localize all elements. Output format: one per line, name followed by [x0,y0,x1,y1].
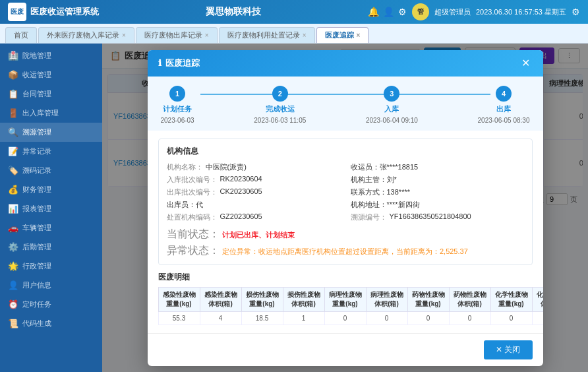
header-right: 🔔 👤 ⚙ 管 超级管理员 2023.06.30 16:57:53 星期五 ⚙ [368,3,580,20]
tab-instock[interactable]: 外来医疗废物入库记录 × [38,27,134,43]
admin-icon: 🌟 [8,261,18,271]
instock-no-value: RK20230604 [220,175,262,185]
step-1: 1 计划任务 2023-06-03 [161,86,194,124]
waste-col-8: 化学性废物重量(kg) [490,287,532,311]
sidebar-item-abnormal[interactable]: 📝 异常记录 [0,142,102,161]
sidebar-item-trace[interactable]: 🔍 溯源管理 [0,123,102,142]
sidebar-label-codegen: 代码生成 [22,319,51,328]
org-name-label: 机构名称： [167,162,203,172]
disposal-code-value: GZ20230605 [220,212,262,222]
sidebar-label-inoutbound: 出入库管理 [22,108,59,118]
tab-outstock-close[interactable]: × [205,32,209,39]
step-2-label: 完成收运 [266,104,295,114]
modal-title-text: 医废追踪 [165,57,200,69]
step-3-circle: 3 [384,86,399,102]
sidebar-item-finance[interactable]: 💰 财务管理 [0,180,102,199]
content-area: 翼思生态医废 Medical Waste Management 📋 医废追踪 Q… [102,44,588,372]
logo: 医废 医废收运管理系统 [8,3,99,21]
sidebar-item-admin[interactable]: 🌟 行政管理 [0,257,102,276]
sidebar: 🏥 院地管理 📦 收运管理 📋 台同管理 🚪 出入库管理 🔍 溯源管理 📝 [0,44,102,372]
modal-close-button[interactable]: ✕ [519,57,533,70]
waste-col-1: 感染性废物体积(箱) [200,287,241,311]
modal-footer: ✕ 关闭 [148,333,543,366]
sidebar-label-hospital: 院地管理 [22,51,51,61]
address-value: 机构地址：****新四街 [351,200,420,210]
trace-no-label: 溯源编号： [351,212,387,222]
datetime: 2023.06.30 16:57:53 星期五 [476,7,566,17]
org-name-row: 机构名称： 中医院(派责) [167,162,340,172]
sidebar-item-vehicle[interactable]: 🚗 车辆管理 [0,218,102,237]
finance-icon: 💰 [8,185,18,195]
abnormal-row: 异常状态： 定位异常：收运地点距离医疗机构位置超过设置距离，当前距离为：2,52… [167,244,524,258]
user-icon[interactable]: 👤 [383,7,394,17]
sidebar-label-report: 报表管理 [22,204,51,214]
step-4-circle: 4 [496,86,512,102]
barcode-icon: 🏷️ [8,166,18,175]
waste-table-row: 55.3 4 18.5 1 0 0 0 0 0 [158,311,543,325]
step-1-label: 计划任务 [163,104,192,114]
waste-table-title: 医废明细 [158,272,533,283]
status-value: 计划已出库、计划结束 [222,231,295,239]
sidebar-item-logistics[interactable]: ⚙️ 后勤管理 [0,237,102,257]
sidebar-label-cron: 定时任务 [22,299,51,309]
gear-icon[interactable]: ⚙ [572,7,580,17]
sidebar-item-codegen[interactable]: 📜 代码生成 [0,314,102,333]
modal-overlay: ℹ 医废追踪 ✕ 1 计划任务 2023-06-03 2 [102,44,588,372]
sidebar-item-cron[interactable]: ⏰ 定时任务 [0,295,102,314]
step-2: 2 完成收运 2023-06-03 11:05 [254,86,306,124]
sidebar-label-admin: 行政管理 [22,261,51,271]
modal-header: ℹ 医废追踪 ✕ [148,50,543,77]
step-3: 3 入库 2023-06-04 09:10 [366,86,418,124]
tab-home[interactable]: 首页 [5,27,37,43]
tab-trace[interactable]: 医废追踪 × [316,27,369,43]
tab-instock-close[interactable]: × [122,32,126,39]
waste-table-section: 医废明细 感染性废物重量(kg) 感染性废物体积(箱) 损伤性废物重量(kg) … [158,272,533,325]
waste-table: 感染性废物重量(kg) 感染性废物体积(箱) 损伤性废物重量(kg) 损伤性废物… [158,287,543,325]
manager-row: 机构主管：刘* [351,175,524,185]
tab-disposal[interactable]: 医疗废物利用处置记录 × [219,27,315,43]
org-name-value: 中医院(派责) [206,162,247,172]
address-row: 机构地址：****新四街 [351,200,524,210]
modal: ℹ 医废追踪 ✕ 1 计划任务 2023-06-03 2 [148,50,543,366]
contract-icon: 📋 [8,89,18,99]
tab-outstock[interactable]: 医疗废物出库记录 × [136,27,218,43]
sidebar-item-hospital[interactable]: 🏥 院地管理 [0,46,102,65]
tab-disposal-label: 医疗废物利用处置记录 [227,30,300,40]
settings-icon[interactable]: ⚙ [398,7,407,17]
step-1-circle: 1 [169,86,185,102]
top-header: 医废 医废收运管理系统 翼思物联科技 🔔 👤 ⚙ 管 超级管理员 2023.06… [0,0,588,24]
header-center-title: 翼思物联科技 [206,6,261,18]
sidebar-item-inoutbound[interactable]: 🚪 出入库管理 [0,104,102,123]
tab-disposal-close[interactable]: × [303,32,307,39]
sidebar-item-user[interactable]: 👤 用户信息 [0,276,102,295]
waste-col-7: 药物性废物体积(箱) [449,287,490,311]
sidebar-label-user: 用户信息 [22,280,51,290]
collector-row: 收运员：张****18815 [351,162,524,172]
tab-instock-label: 外来医疗废物入库记录 [47,30,119,40]
step-2-date: 2023-06-03 11:05 [254,117,306,124]
sidebar-label-vehicle: 车辆管理 [22,223,51,233]
waste-col-4: 病理性废物重量(kg) [324,287,366,311]
report-icon: 📊 [8,204,18,214]
waste-val-8: 0 [490,311,532,325]
handover-value: 出库员：代 [167,200,203,210]
outstock-label: 出库批次编号： [167,187,218,197]
waste-val-5: 0 [366,311,407,325]
tab-trace-close[interactable]: × [357,32,361,39]
bell-icon[interactable]: 🔔 [368,7,379,17]
outstock-row: 出库批次编号： CK20230605 [167,187,340,197]
step-4-label: 出库 [496,104,511,114]
sidebar-item-barcode[interactable]: 🏷️ 溯码记录 [0,161,102,180]
modal-close-btn[interactable]: ✕ 关闭 [484,340,532,359]
sidebar-item-report[interactable]: 📊 报表管理 [0,199,102,218]
instock-no-row: 入库批次编号： RK20230604 [167,175,340,185]
sidebar-item-contract[interactable]: 📋 台同管理 [0,84,102,104]
modal-title: ℹ 医废追踪 [158,57,200,69]
user-mgmt-icon: 👤 [8,280,18,290]
header-icons: 🔔 👤 ⚙ [368,7,407,17]
step-2-circle: 2 [272,86,288,102]
trace-no-value: YF166386350521804800 [390,212,471,222]
contact-value: 联系方式：138**** [351,187,410,197]
sidebar-item-collection[interactable]: 📦 收运管理 [0,65,102,84]
waste-col-2: 损伤性废物重量(kg) [241,287,283,311]
